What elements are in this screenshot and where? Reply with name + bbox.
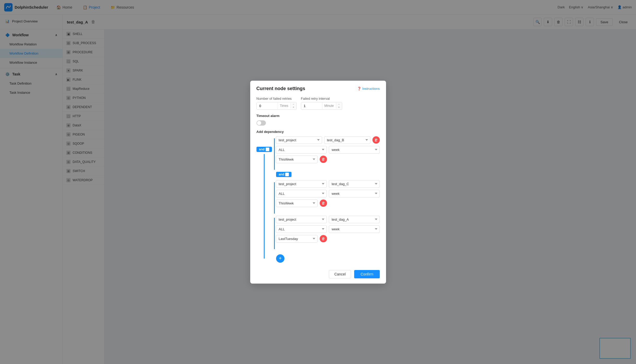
failed-retries-label: Number of failed retries — [256, 97, 297, 101]
and-badge-inner[interactable]: and — [276, 172, 291, 177]
outer-vline — [264, 154, 265, 259]
and-square-inner — [285, 173, 289, 176]
dep1-period-type-select[interactable]: ALL — [276, 146, 327, 154]
retries-unit: Times — [278, 102, 290, 109]
modal-title: Current node settings — [256, 86, 305, 91]
retry-interval-input-wrap: 1 Minute − + — [301, 102, 342, 110]
dep3-period-type-select[interactable]: ALL — [276, 225, 327, 233]
dep-groups-column: test_project test_dag_B 🗑 ALL — [274, 136, 380, 263]
cancel-button[interactable]: Cancel — [329, 270, 351, 278]
dep3-project-row: test_project test_dag_A — [276, 216, 380, 223]
and-square-outer — [266, 148, 269, 151]
dep3-workflow-select[interactable]: test_dag_A — [329, 216, 380, 223]
interval-unit: Minute — [322, 102, 336, 109]
question-icon: ❓ — [357, 87, 361, 91]
dep1-period-select[interactable]: week — [329, 146, 380, 154]
dep1-date-delete-button[interactable]: 🗑 — [320, 156, 327, 163]
add-dependency-button[interactable]: + — [276, 254, 284, 263]
dep2-date-row: ThisWeek 🗑 — [276, 199, 380, 207]
failed-retries-group: Number of failed retries 0 Times − + — [256, 97, 297, 110]
dep-group-2: test_project test_dag_C ALL — [274, 180, 380, 214]
inner-and-row: and — [276, 172, 380, 179]
dep1-project-select[interactable]: test_project — [276, 136, 322, 144]
dependency-outer-wrap: and test_project — [256, 136, 380, 263]
dep2-project-select[interactable]: test_project — [276, 180, 327, 188]
dep2-project-row: test_project test_dag_C — [276, 180, 380, 188]
modal-header: Current node settings ❓ Instructions — [250, 81, 386, 95]
retry-interval-label: Failed retry interval — [301, 97, 342, 101]
retries-increment[interactable]: + — [291, 106, 296, 109]
dep2-period-type-select[interactable]: ALL — [276, 190, 327, 197]
timeout-alarm-label: Timeout alarm — [256, 114, 380, 118]
dep-group-1: test_project test_dag_B 🗑 ALL — [274, 136, 380, 170]
confirm-button[interactable]: Confirm — [354, 270, 380, 278]
group2-content: test_project test_dag_C ALL — [276, 180, 380, 209]
dep3-date-select[interactable]: LastTuesday — [276, 235, 318, 243]
dep1-period-row: ALL week — [276, 146, 380, 154]
dep2-date-delete-button[interactable]: 🗑 — [320, 199, 327, 207]
dep-group-3: test_project test_dag_A ALL — [274, 216, 380, 249]
modal-footer: Cancel Confirm — [250, 267, 386, 284]
timeout-toggle-wrap — [256, 120, 380, 126]
group1-content: test_project test_dag_B 🗑 ALL — [276, 136, 380, 165]
dep1-workflow-select[interactable]: test_dag_B — [324, 136, 370, 144]
dep2-workflow-select[interactable]: test_dag_C — [329, 180, 380, 188]
dep1-date-row: ThisWeek 🗑 — [276, 156, 380, 163]
timeout-toggle[interactable] — [256, 120, 266, 126]
retries-row: Number of failed retries 0 Times − + Fai… — [256, 97, 380, 110]
dep1-project-row: test_project test_dag_B 🗑 — [276, 136, 380, 144]
outer-and-column: and — [256, 147, 272, 259]
instructions-link[interactable]: ❓ Instructions — [357, 87, 380, 91]
dep2-period-select[interactable]: week — [329, 190, 380, 197]
interval-stepper: − + — [336, 103, 342, 109]
node-settings-modal: Current node settings ❓ Instructions Num… — [250, 81, 386, 284]
dep3-project-select[interactable]: test_project — [276, 216, 327, 223]
interval-increment[interactable]: + — [336, 106, 342, 109]
retry-interval-input[interactable]: 1 — [301, 102, 322, 109]
modal-body[interactable]: Number of failed retries 0 Times − + Fai… — [250, 95, 386, 267]
failed-retries-input-wrap: 0 Times − + — [256, 102, 297, 110]
failed-retries-input[interactable]: 0 — [257, 102, 278, 109]
dep3-date-row: LastTuesday 🗑 — [276, 235, 380, 243]
dep2-period-row: ALL week — [276, 190, 380, 197]
group3-content: test_project test_dag_A ALL — [276, 216, 380, 245]
dep3-date-delete-button[interactable]: 🗑 — [320, 235, 327, 242]
dep1-date-select[interactable]: ThisWeek — [276, 156, 318, 163]
add-dep-wrap: + — [276, 252, 380, 263]
interval-decrement[interactable]: − — [336, 103, 342, 106]
group1-vline — [274, 138, 275, 170]
and-badge-outer[interactable]: and — [256, 147, 272, 152]
group3-vline — [274, 218, 275, 249]
group2-vline — [274, 182, 275, 214]
retry-interval-group: Failed retry interval 1 Minute − + — [301, 97, 342, 110]
dep2-date-select[interactable]: ThisWeek — [276, 199, 318, 207]
add-dependency-label: Add dependency — [256, 130, 380, 134]
dep3-period-row: ALL week — [276, 225, 380, 233]
dep3-period-select[interactable]: week — [329, 225, 380, 233]
dep1-delete-button[interactable]: 🗑 — [372, 136, 380, 144]
retries-decrement[interactable]: − — [291, 103, 296, 106]
modal-overlay: Current node settings ❓ Instructions Num… — [0, 0, 636, 364]
retries-stepper: − + — [290, 103, 296, 109]
